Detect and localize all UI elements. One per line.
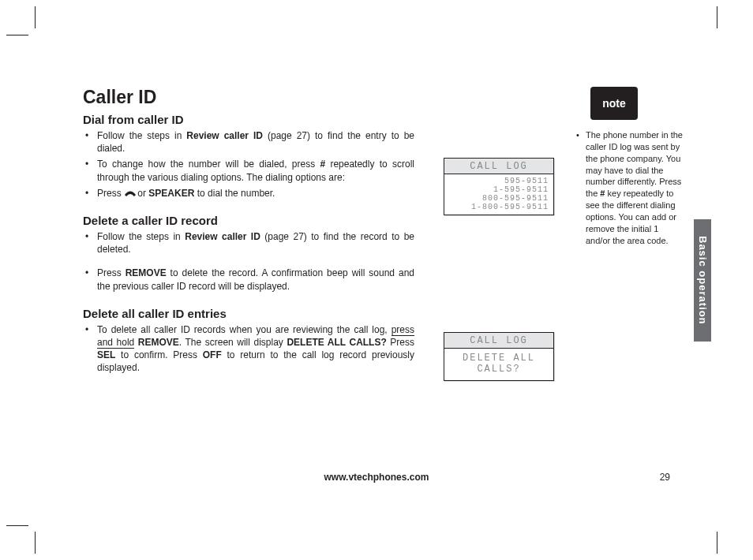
text: To delete all caller ID records when you… (97, 324, 391, 335)
note-item: The phone number in the caller ID log wa… (575, 129, 685, 246)
list-item: Press TALK or SPEAKER to dial the number… (83, 187, 414, 200)
list-item: Press REMOVE to delete the record. A con… (83, 267, 414, 292)
note-list: The phone number in the caller ID log wa… (575, 129, 685, 246)
section-delete-one: Delete a caller ID record Follow the ste… (83, 214, 414, 293)
list-delete-all: To delete all caller ID records when you… (83, 323, 414, 375)
lcd-title: CALL LOG (444, 333, 553, 349)
talk-icon: TALK (124, 191, 135, 197)
text: Follow the steps in (97, 130, 186, 141)
text: Follow the steps in (97, 231, 185, 242)
page-title: Caller ID (83, 87, 414, 108)
page-root: Caller ID Dial from caller ID Follow the… (0, 0, 753, 560)
section-dial: Dial from caller ID Follow the steps in … (83, 113, 414, 200)
list-item: Follow the steps in Review caller ID (pa… (83, 129, 414, 155)
lcd-call-log-delete: CALL LOG DELETE ALL CALLS? (444, 332, 554, 381)
list-item: To change how the number will be dialed,… (83, 158, 414, 183)
section-delete-all: Delete all caller ID entries To delete a… (83, 307, 414, 375)
text: to confirm. Press (115, 349, 202, 360)
heading-dial: Dial from caller ID (83, 113, 414, 126)
crop-mark (6, 35, 28, 35)
text: . The screen will display (179, 337, 287, 348)
section-tab-label: Basic operation (697, 236, 709, 325)
lcd-body: 595-9511 1-595-9511 800-595-9511 1-800-5… (444, 174, 553, 215)
svg-text:TALK: TALK (127, 192, 133, 195)
footer-url: www.vtechphones.com (0, 472, 753, 483)
text-bold: DELETE ALL CALLS? (287, 337, 386, 348)
lcd-body: DELETE ALL CALLS? (444, 349, 553, 380)
text: Press (387, 337, 414, 348)
text-bold: OFF (203, 349, 222, 360)
crop-mark (35, 6, 36, 28)
lcd-call-log-numbers: CALL LOG 595-9511 1-595-9511 800-595-951… (444, 158, 554, 215)
list-dial: Follow the steps in Review caller ID (pa… (83, 129, 414, 200)
text-bold: REMOVE (138, 337, 179, 348)
left-column: Caller ID Dial from caller ID Follow the… (83, 87, 414, 374)
text: Press (97, 267, 126, 278)
text: or (135, 188, 148, 199)
note-column: note The phone number in the caller ID l… (575, 87, 685, 246)
text: To change how the number will be dialed,… (97, 159, 320, 170)
crop-mark (6, 525, 28, 526)
crop-mark (35, 532, 36, 554)
crop-mark (717, 6, 717, 28)
section-tab: Basic operation (694, 219, 711, 342)
text-bold: SEL (97, 349, 115, 360)
text-bold: SPEAKER (148, 188, 194, 199)
text-bold: REMOVE (126, 267, 167, 278)
list-item: Follow the steps in Review caller ID (pa… (83, 230, 414, 256)
heading-delete-all: Delete all caller ID entries (83, 307, 414, 320)
text-bold: Review caller ID (186, 130, 263, 141)
crop-mark (717, 532, 717, 554)
lcd-title: CALL LOG (444, 159, 553, 174)
text-bold: Review caller ID (185, 231, 260, 242)
text: Press (97, 188, 124, 199)
heading-delete-one: Delete a caller ID record (83, 214, 414, 227)
page-number: 29 (660, 472, 670, 483)
text: to dial the number. (194, 188, 275, 199)
list-item: To delete all caller ID records when you… (83, 323, 414, 375)
list-delete-one: Follow the steps in Review caller ID (pa… (83, 230, 414, 293)
note-badge: note (590, 87, 638, 120)
